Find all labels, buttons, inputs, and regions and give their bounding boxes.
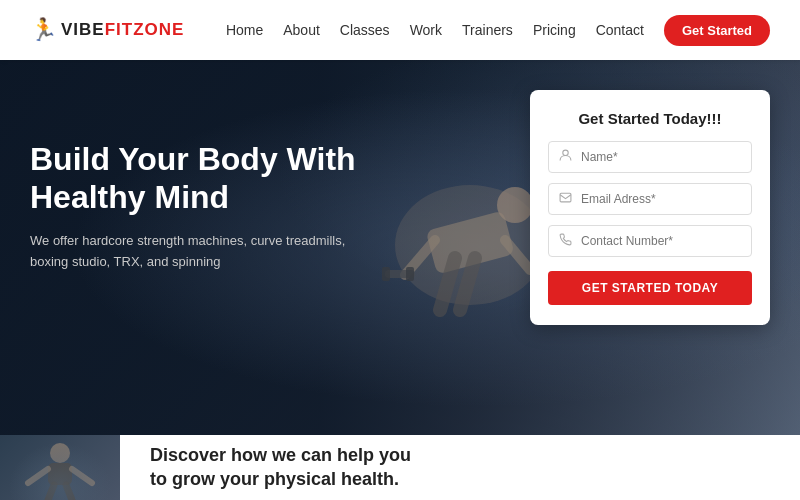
nav-item-pricing[interactable]: Pricing	[533, 21, 576, 39]
nav-link-trainers[interactable]: Trainers	[462, 22, 513, 38]
nav-item-contact[interactable]: Contact	[596, 21, 644, 39]
svg-line-17	[66, 485, 72, 500]
navbar: 🏃 VIBEFITZONE Home About Classes Work Tr…	[0, 0, 800, 60]
signup-form-card: Get Started Today!!! GET STARTED TODAY	[530, 90, 770, 325]
nav-item-about[interactable]: About	[283, 21, 320, 39]
phone-icon	[559, 233, 573, 249]
email-icon	[559, 191, 573, 207]
nav-link-classes[interactable]: Classes	[340, 22, 390, 38]
runner-icon: 🏃	[30, 17, 57, 43]
hero-section: Build Your Body With Healthy Mind We off…	[0, 60, 800, 435]
nav-item-trainers[interactable]: Trainers	[462, 21, 513, 39]
nav-link-pricing[interactable]: Pricing	[533, 22, 576, 38]
svg-point-10	[563, 150, 568, 155]
name-field-wrapper	[548, 141, 752, 173]
nav-links: Home About Classes Work Trainers Pricing…	[226, 15, 770, 46]
svg-rect-6	[382, 267, 390, 281]
user-icon	[559, 149, 573, 165]
form-title: Get Started Today!!!	[548, 110, 752, 127]
logo[interactable]: 🏃 VIBEFITZONE	[30, 17, 184, 43]
nav-link-work[interactable]: Work	[410, 22, 442, 38]
bottom-heading: Discover how we can help youto grow your…	[150, 444, 770, 491]
nav-item-home[interactable]: Home	[226, 21, 263, 39]
nav-link-about[interactable]: About	[283, 22, 320, 38]
email-field-wrapper	[548, 183, 752, 215]
nav-link-home[interactable]: Home	[226, 22, 263, 38]
email-input[interactable]	[581, 192, 741, 206]
nav-cta-item: Get Started	[664, 15, 770, 46]
svg-line-15	[72, 469, 92, 483]
svg-point-2	[497, 187, 533, 223]
phone-field-wrapper	[548, 225, 752, 257]
hero-description: We offer hardcore strength machines, cur…	[30, 231, 380, 273]
nav-item-classes[interactable]: Classes	[340, 21, 390, 39]
svg-rect-7	[406, 267, 414, 281]
bottom-text: Discover how we can help youto grow your…	[120, 430, 800, 500]
svg-rect-13	[48, 463, 72, 485]
hero-content: Build Your Body With Healthy Mind We off…	[30, 140, 380, 272]
svg-point-12	[50, 443, 70, 463]
svg-line-14	[28, 469, 48, 483]
nav-link-contact[interactable]: Contact	[596, 22, 644, 38]
phone-input[interactable]	[581, 234, 741, 248]
hero-heading: Build Your Body With Healthy Mind	[30, 140, 380, 217]
nav-cta-button[interactable]: Get Started	[664, 15, 770, 46]
nav-item-work[interactable]: Work	[410, 21, 442, 39]
svg-line-16	[48, 485, 54, 500]
name-input[interactable]	[581, 150, 741, 164]
bottom-section: Discover how we can help youto grow your…	[0, 435, 800, 500]
bottom-image	[0, 435, 120, 500]
logo-text: VIBEFITZONE	[61, 20, 184, 40]
form-submit-button[interactable]: GET STARTED TODAY	[548, 271, 752, 305]
svg-rect-11	[560, 193, 571, 202]
